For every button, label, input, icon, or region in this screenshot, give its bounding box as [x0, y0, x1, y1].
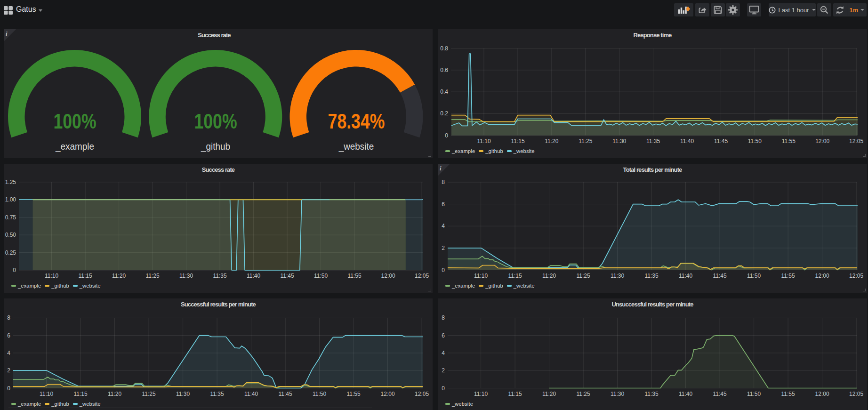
- svg-text:11:10: 11:10: [474, 391, 488, 397]
- svg-text:11:55: 11:55: [782, 138, 796, 145]
- svg-text:2: 2: [442, 367, 445, 374]
- svg-text:0.50: 0.50: [5, 232, 16, 238]
- svg-text:2: 2: [442, 245, 445, 251]
- svg-text:11:50: 11:50: [748, 138, 762, 145]
- svg-text:11:20: 11:20: [108, 391, 121, 397]
- svg-text:12:05: 12:05: [415, 391, 429, 397]
- svg-text:12:00: 12:00: [381, 273, 395, 279]
- svg-text:0.25: 0.25: [5, 249, 16, 256]
- svg-text:0: 0: [13, 267, 16, 273]
- svg-text:0: 0: [445, 132, 448, 139]
- svg-text:4: 4: [442, 223, 445, 229]
- svg-text:11:25: 11:25: [579, 138, 592, 145]
- svg-text:11:35: 11:35: [646, 138, 660, 145]
- svg-text:12:00: 12:00: [815, 273, 829, 279]
- svg-text:8: 8: [7, 314, 10, 321]
- svg-text:11:20: 11:20: [112, 273, 126, 279]
- svg-text:11:45: 11:45: [279, 391, 292, 397]
- svg-text:11:40: 11:40: [244, 391, 258, 397]
- svg-text:11:20: 11:20: [545, 138, 558, 145]
- svg-text:6: 6: [442, 332, 445, 339]
- svg-text:12:05: 12:05: [849, 138, 863, 145]
- svg-text:6: 6: [7, 332, 10, 339]
- svg-text:11:45: 11:45: [714, 138, 728, 145]
- svg-text:11:10: 11:10: [474, 273, 488, 279]
- svg-text:11:45: 11:45: [713, 391, 727, 397]
- svg-text:0.4: 0.4: [440, 88, 448, 95]
- svg-text:11:45: 11:45: [713, 273, 727, 279]
- svg-text:4: 4: [442, 350, 445, 356]
- svg-text:12:00: 12:00: [815, 138, 829, 145]
- svg-text:11:35: 11:35: [213, 273, 227, 279]
- svg-text:8: 8: [442, 314, 445, 321]
- svg-text:11:25: 11:25: [577, 391, 590, 397]
- svg-text:6: 6: [442, 201, 445, 208]
- svg-text:11:55: 11:55: [348, 273, 362, 279]
- svg-text:11:40: 11:40: [679, 391, 692, 397]
- svg-text:11:50: 11:50: [314, 273, 328, 279]
- svg-text:11:15: 11:15: [508, 391, 522, 397]
- svg-text:2: 2: [7, 367, 10, 374]
- svg-text:11:15: 11:15: [511, 138, 524, 145]
- svg-text:1.25: 1.25: [5, 179, 16, 185]
- svg-text:11:30: 11:30: [179, 273, 193, 279]
- svg-text:11:50: 11:50: [747, 391, 761, 397]
- svg-text:11:20: 11:20: [542, 273, 556, 279]
- svg-text:0: 0: [442, 385, 445, 392]
- svg-text:11:20: 11:20: [542, 391, 556, 397]
- svg-text:11:55: 11:55: [347, 391, 361, 397]
- svg-text:0: 0: [7, 385, 10, 392]
- svg-text:12:00: 12:00: [381, 391, 395, 397]
- svg-text:11:40: 11:40: [680, 138, 694, 145]
- svg-text:11:25: 11:25: [142, 391, 156, 397]
- svg-text:0.2: 0.2: [440, 110, 448, 117]
- svg-text:11:10: 11:10: [477, 138, 490, 145]
- svg-text:11:10: 11:10: [40, 391, 53, 397]
- svg-text:11:55: 11:55: [781, 273, 795, 279]
- svg-text:11:50: 11:50: [313, 391, 326, 397]
- svg-text:11:55: 11:55: [781, 391, 795, 397]
- svg-text:11:25: 11:25: [146, 273, 160, 279]
- svg-text:12:05: 12:05: [415, 273, 429, 279]
- svg-text:11:30: 11:30: [611, 391, 624, 397]
- svg-text:11:10: 11:10: [45, 273, 58, 279]
- svg-text:0.6: 0.6: [440, 67, 448, 73]
- svg-text:0.75: 0.75: [5, 214, 16, 221]
- svg-text:11:40: 11:40: [679, 273, 692, 279]
- svg-text:11:35: 11:35: [210, 391, 224, 397]
- svg-text:12:00: 12:00: [815, 391, 829, 397]
- svg-text:0.8: 0.8: [440, 45, 448, 52]
- svg-text:12:05: 12:05: [849, 391, 863, 397]
- svg-text:11:30: 11:30: [612, 138, 626, 145]
- svg-text:11:15: 11:15: [508, 273, 522, 279]
- svg-text:8: 8: [442, 179, 445, 185]
- svg-text:0: 0: [442, 267, 445, 273]
- svg-text:11:15: 11:15: [74, 391, 88, 397]
- svg-text:11:40: 11:40: [247, 273, 260, 279]
- svg-text:1.00: 1.00: [5, 196, 16, 203]
- svg-text:11:50: 11:50: [747, 273, 761, 279]
- svg-text:11:45: 11:45: [281, 273, 294, 279]
- svg-text:11:15: 11:15: [79, 273, 92, 279]
- svg-text:12:05: 12:05: [849, 273, 863, 279]
- svg-text:11:30: 11:30: [611, 273, 624, 279]
- svg-text:11:35: 11:35: [645, 273, 659, 279]
- svg-text:11:25: 11:25: [577, 273, 590, 279]
- svg-text:11:30: 11:30: [176, 391, 190, 397]
- svg-text:11:35: 11:35: [645, 391, 659, 397]
- svg-text:4: 4: [7, 350, 10, 356]
